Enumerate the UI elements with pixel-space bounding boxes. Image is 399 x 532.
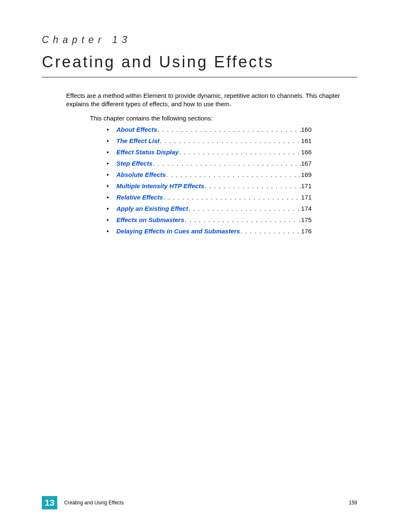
- toc-page: 175: [301, 216, 312, 223]
- bullet-icon: •: [107, 126, 109, 133]
- chapter-title: Creating and Using Effects: [42, 53, 357, 77]
- page-footer: 13 Creating and Using Effects 159: [42, 496, 357, 509]
- toc-leader: [188, 205, 301, 212]
- bullet-icon: •: [107, 171, 109, 178]
- toc-page: 171: [301, 194, 312, 201]
- intro-paragraph: Effects are a method within Element to p…: [66, 92, 357, 109]
- toc-item: • Apply an Existing Effect 174: [107, 205, 312, 212]
- toc-item: • Relative Effects 171: [107, 194, 312, 201]
- toc-item: • Absolute Effects 169: [107, 171, 312, 178]
- toc-item: • About Effects 160: [107, 126, 312, 133]
- toc-page: 160: [301, 126, 312, 133]
- toc-page: 167: [301, 160, 312, 167]
- sections-intro: This chapter contains the following sect…: [90, 115, 357, 122]
- chapter-number-badge: 13: [42, 496, 57, 509]
- toc-item: • The Effect List 161: [107, 137, 312, 144]
- toc-leader: [204, 182, 301, 189]
- toc-item: • Effect Status Display 166: [107, 148, 312, 156]
- toc-item: • Effects on Submasters 175: [107, 216, 312, 223]
- toc-leader: [159, 137, 301, 144]
- toc-item: • Multiple Intensity HTP Effects 171: [107, 182, 312, 189]
- toc-page: 166: [301, 148, 312, 156]
- toc-link[interactable]: Effects on Submasters: [116, 216, 184, 223]
- toc-leader: [240, 228, 301, 235]
- toc-page: 171: [301, 182, 312, 189]
- toc-link[interactable]: The Effect List: [116, 137, 159, 144]
- bullet-icon: •: [107, 148, 109, 156]
- bullet-icon: •: [107, 182, 109, 189]
- toc-link[interactable]: Absolute Effects: [116, 171, 166, 178]
- toc-leader: [179, 148, 301, 156]
- toc-link[interactable]: Apply an Existing Effect: [116, 205, 188, 212]
- toc-link[interactable]: Step Effects: [116, 160, 152, 167]
- bullet-icon: •: [107, 194, 109, 201]
- toc-leader: [163, 194, 301, 201]
- footer-page-number: 159: [349, 500, 357, 506]
- toc-link[interactable]: Multiple Intensity HTP Effects: [116, 182, 204, 189]
- toc-link[interactable]: Effect Status Display: [116, 148, 179, 156]
- toc-list: • About Effects 160 • The Effect List 16…: [107, 126, 357, 235]
- toc-item: • Delaying Effects in Cues and Submaster…: [107, 228, 312, 235]
- toc-leader: [184, 216, 301, 223]
- footer-chapter-title: Creating and Using Effects: [64, 500, 124, 506]
- toc-page: 161: [301, 137, 312, 144]
- bullet-icon: •: [107, 137, 109, 144]
- toc-page: 174: [301, 205, 312, 212]
- bullet-icon: •: [107, 228, 109, 235]
- toc-leader: [153, 160, 301, 167]
- toc-leader: [157, 126, 301, 133]
- bullet-icon: •: [107, 216, 109, 223]
- toc-item: • Step Effects 167: [107, 160, 312, 167]
- toc-page: 169: [301, 171, 312, 178]
- toc-page: 176: [301, 228, 312, 235]
- toc-link[interactable]: Relative Effects: [116, 194, 163, 201]
- bullet-icon: •: [107, 160, 109, 167]
- toc-link[interactable]: Delaying Effects in Cues and Submasters: [116, 228, 240, 235]
- toc-leader: [166, 171, 301, 178]
- bullet-icon: •: [107, 205, 109, 212]
- toc-link[interactable]: About Effects: [116, 126, 157, 133]
- chapter-label: Chapter 13: [42, 34, 357, 46]
